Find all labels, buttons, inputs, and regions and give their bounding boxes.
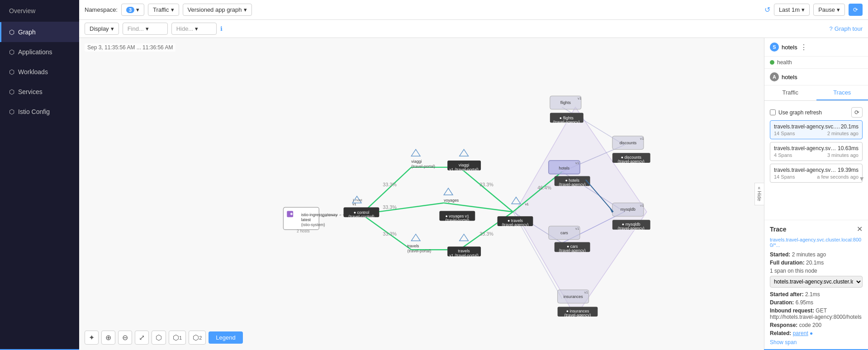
traffic-dropdown[interactable]: Traffic ▾ bbox=[148, 4, 179, 16]
trace-name-2: travels.travel-agency.svc.cluste... bbox=[774, 145, 838, 151]
trace-full-duration: 20.1ms bbox=[806, 260, 824, 266]
svg-text:(travel-agency): (travel-agency) bbox=[559, 248, 586, 253]
graph-tour-label: Graph tour bbox=[835, 25, 863, 32]
trace-url[interactable]: travels.travel-agency.svc.cluster.local:… bbox=[770, 237, 863, 248]
svg-text:(travel-portal): (travel-portal) bbox=[407, 249, 431, 253]
trace-spans-1: 14 Spans bbox=[774, 131, 795, 136]
svg-text:v1: v1 bbox=[525, 202, 529, 206]
app-header: A hotels bbox=[764, 69, 868, 85]
chevron-down-icon: ▾ bbox=[146, 25, 149, 32]
svg-text:33.3%: 33.3% bbox=[383, 231, 397, 236]
health-indicator bbox=[770, 60, 774, 65]
show-span-row: Show span bbox=[770, 339, 863, 345]
sidebar-item-workloads[interactable]: ⬡ Workloads bbox=[0, 62, 79, 82]
pause-label: Pause bbox=[818, 6, 835, 13]
top-toolbar: Namespace: 3 ▾ Traffic ▾ Versioned app g… bbox=[79, 0, 868, 20]
sync-icon: ⟳ bbox=[853, 6, 858, 13]
trace-spans-2: 4 Spans bbox=[774, 152, 792, 158]
trace-item-2-header: travels.travel-agency.svc.cluste... 10.6… bbox=[774, 145, 859, 151]
trace-time-1: 2 minutes ago bbox=[827, 131, 859, 136]
find-dropdown[interactable]: Find... ▾ bbox=[123, 23, 168, 35]
trace-duration-2: 10.63ms bbox=[838, 145, 859, 151]
svg-text:(travel-agency): (travel-agency) bbox=[618, 159, 645, 164]
show-span-link[interactable]: Show span bbox=[770, 339, 797, 345]
trace-duration-1: 20.1ms bbox=[841, 123, 859, 130]
svg-text:46.4%: 46.4% bbox=[537, 185, 551, 190]
svg-text:(travel-agency): (travel-agency) bbox=[553, 120, 580, 124]
node-group-1-button[interactable]: ⬡ 1 bbox=[169, 331, 186, 345]
svg-text:travels: travels bbox=[458, 249, 470, 253]
display-dropdown[interactable]: Display ▾ bbox=[85, 23, 119, 35]
trace-item-1[interactable]: travels.travel-agency.svc.clus... 20.1ms… bbox=[770, 120, 863, 139]
info-icon[interactable]: ℹ bbox=[220, 25, 223, 32]
trace-refresh-button[interactable]: ⟳ bbox=[851, 107, 863, 118]
svg-text:latest: latest bbox=[301, 218, 311, 222]
trace-item-2[interactable]: travels.travel-agency.svc.cluste... 10.6… bbox=[770, 142, 863, 161]
trace-detail-close-button[interactable]: ✕ bbox=[857, 225, 863, 233]
node-count-2: 2 bbox=[199, 335, 202, 341]
svg-text:(travel-agency): (travel-agency) bbox=[559, 182, 586, 187]
svg-text:v1: v1 bbox=[352, 202, 356, 206]
trace-time-3: a few seconds ago bbox=[817, 174, 859, 180]
app-header-left: A hotels bbox=[770, 72, 797, 81]
zoom-out-button[interactable]: ⊖ bbox=[118, 331, 132, 345]
tab-traffic[interactable]: Traffic bbox=[764, 85, 816, 100]
question-icon: ? bbox=[830, 25, 833, 32]
related-parent-link[interactable]: parent bbox=[793, 330, 808, 336]
more-icon[interactable]: ⋮ bbox=[800, 43, 807, 52]
sidebar-item-applications[interactable]: ⬡ Applications bbox=[0, 42, 79, 62]
node-icon: ⬡ bbox=[173, 333, 179, 342]
chevron-down-icon: ▾ bbox=[244, 6, 247, 13]
node-group-2-button[interactable]: ⬡ 2 bbox=[189, 331, 206, 345]
add-node-button[interactable]: ✦ bbox=[85, 331, 99, 345]
graph-tour-link[interactable]: ? Graph tour bbox=[830, 25, 863, 32]
sidebar-overview[interactable]: Overview bbox=[0, 0, 79, 22]
trace-duration-3: 19.39ms bbox=[838, 167, 859, 173]
started-after-value: 2.1ms bbox=[805, 291, 820, 298]
sidebar-item-services[interactable]: ⬡ Services bbox=[0, 82, 79, 102]
hide-dropdown[interactable]: Hide... ▾ bbox=[171, 23, 217, 35]
svg-text:(travel-agency): (travel-agency) bbox=[618, 226, 645, 231]
svg-text:v1: v1 bbox=[584, 290, 588, 294]
duration-row: Duration: 6.95ms bbox=[770, 299, 863, 306]
trace-spans-3: 14 Spans bbox=[774, 174, 795, 180]
svg-text:2 hosts: 2 hosts bbox=[297, 229, 310, 233]
trace-meta-3: 14 Spans a few seconds ago bbox=[774, 174, 859, 180]
refresh-button[interactable]: ⟳ bbox=[849, 4, 863, 16]
right-panel: S hotels ⋮ health A hotels Traffic bbox=[764, 38, 868, 350]
sidebar-item-istio-config[interactable]: ⬡ Istio Config bbox=[0, 102, 79, 122]
tab-traces[interactable]: Traces bbox=[816, 85, 868, 100]
svg-text:(travel-portal): (travel-portal) bbox=[446, 218, 470, 222]
use-graph-refresh-checkbox[interactable] bbox=[770, 109, 776, 115]
graph-type-dropdown[interactable]: Versioned app graph ▾ bbox=[183, 4, 252, 16]
time-range-dropdown[interactable]: Last 1m ▾ bbox=[774, 4, 810, 16]
svg-text:(travel-control): (travel-control) bbox=[348, 214, 374, 219]
fit-button[interactable]: ⤢ bbox=[135, 331, 149, 345]
span-select[interactable]: hotels.travel-agency.svc.cluster.local:8… bbox=[770, 276, 863, 288]
layout-button[interactable]: ⬡ bbox=[152, 331, 166, 345]
zoom-in-button[interactable]: ⊕ bbox=[101, 331, 115, 345]
graph-icon: ⬡ bbox=[9, 28, 14, 36]
traffic-label: Traffic bbox=[153, 6, 169, 13]
svg-text:v1: v1 bbox=[640, 137, 644, 141]
node-header: S hotels ⋮ bbox=[764, 38, 868, 57]
trace-started-row: Started: 2 minutes ago bbox=[770, 251, 863, 258]
namespace-dropdown[interactable]: 3 ▾ bbox=[121, 4, 144, 16]
chevron-down-icon: ▾ bbox=[802, 6, 805, 13]
hide-panel-button[interactable]: « Hide bbox=[754, 183, 764, 205]
graph-canvas[interactable]: Sep 3, 11:35:56 AM ... 11:36:56 AM bbox=[79, 38, 764, 350]
trace-item-3[interactable]: travels.travel-agency.svc.cluste... 19.3… bbox=[770, 164, 863, 183]
svg-text:discounts: discounts bbox=[620, 141, 637, 145]
sidebar-item-graph[interactable]: ⬡ Graph bbox=[0, 22, 79, 42]
svg-marker-55 bbox=[512, 197, 521, 204]
node-icon: ⬡ bbox=[193, 333, 199, 342]
workloads-icon: ⬡ bbox=[9, 68, 14, 76]
legend-button[interactable]: Legend bbox=[209, 331, 242, 344]
svg-marker-43 bbox=[444, 188, 453, 195]
svg-text:(istio-system): (istio-system) bbox=[301, 222, 325, 227]
trace-span-info-row: 1 span on this node bbox=[770, 268, 863, 274]
svg-text:hotels: hotels bbox=[559, 166, 570, 170]
pause-dropdown[interactable]: Pause ▾ bbox=[813, 4, 845, 16]
sidebar-item-label: Graph bbox=[18, 28, 36, 36]
response-value: code 200 bbox=[799, 322, 821, 328]
